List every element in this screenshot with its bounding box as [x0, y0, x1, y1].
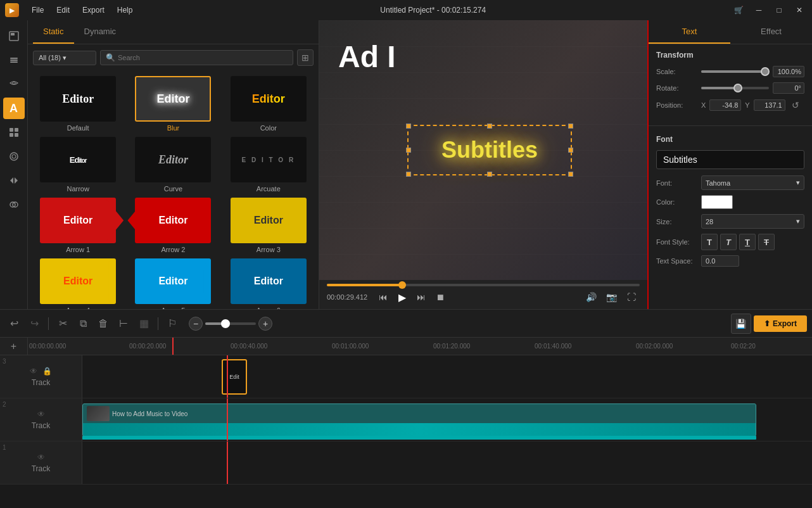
menu-edit[interactable]: Edit — [54, 4, 72, 16]
clip-video-header: How to Add Music to Video — [83, 404, 756, 423]
handle-top-left[interactable] — [406, 124, 411, 129]
grid-toggle[interactable]: ⊞ — [297, 49, 314, 66]
text-content-input[interactable] — [656, 150, 804, 169]
zoom-out-button[interactable]: − — [189, 317, 203, 331]
color-swatch[interactable] — [701, 195, 733, 209]
step-forward-button[interactable]: ⏭ — [413, 289, 429, 305]
rotate-slider[interactable] — [701, 87, 769, 89]
subtitle-selection-box[interactable]: Subtitles — [407, 125, 572, 175]
track-clip-3[interactable]: Edit — [222, 359, 247, 395]
template-curve[interactable]: Editor Curve — [128, 137, 218, 193]
handle-top-center[interactable] — [487, 124, 492, 129]
template-color[interactable]: Editor Color — [224, 76, 314, 132]
track-lock-icon-3[interactable]: 🔒 — [42, 367, 52, 376]
template-blur[interactable]: Editor Blur — [128, 76, 218, 132]
tab-text[interactable]: Text — [649, 20, 730, 44]
position-reset-button[interactable]: ↺ — [789, 99, 802, 111]
pos-y-input[interactable] — [754, 99, 785, 111]
handle-bottom-center[interactable] — [487, 172, 492, 177]
handle-top-right[interactable] — [568, 124, 573, 129]
italic-button[interactable]: T — [720, 234, 737, 250]
controls-right: 🔊 📷 ⛶ — [583, 289, 640, 305]
redo-button[interactable]: ↪ — [25, 315, 43, 333]
split-button[interactable]: ⊢ — [115, 315, 132, 333]
sidebar-text[interactable]: A — [3, 98, 25, 119]
menu-help[interactable]: Help — [115, 4, 136, 16]
search-input[interactable] — [118, 54, 288, 61]
menu-export[interactable]: Export — [80, 4, 107, 16]
delete-button[interactable]: 🗑 — [94, 315, 112, 333]
step-back-button[interactable]: ⏮ — [375, 289, 391, 305]
title-bar-left: ▶ File Edit Export Help — [5, 3, 135, 17]
underline-button[interactable]: T — [739, 234, 756, 250]
handle-mid-left[interactable] — [406, 148, 411, 153]
save-icon-button[interactable]: 💾 — [731, 314, 751, 334]
cut-button[interactable]: ✂ — [54, 315, 72, 333]
template-thumb-arrow3: Editor — [231, 198, 307, 243]
strikethrough-button[interactable]: T — [758, 234, 775, 250]
search-box: 🔍 — [100, 50, 293, 65]
font-family-label: Font: — [656, 179, 697, 187]
close-button[interactable]: ✕ — [792, 3, 807, 18]
progress-bar[interactable] — [327, 284, 640, 286]
sidebar-overlay[interactable] — [3, 194, 25, 215]
track-eye-icon-3[interactable]: 👁 — [30, 367, 37, 376]
copy-button[interactable]: ⧉ — [74, 315, 92, 333]
progress-thumb — [398, 281, 406, 289]
play-button[interactable]: ▶ — [394, 289, 410, 305]
minimize-button[interactable]: ─ — [751, 3, 766, 18]
handle-mid-right[interactable] — [568, 148, 573, 153]
track-playhead-2 — [227, 398, 228, 441]
cart-button[interactable]: 🛒 — [731, 3, 746, 18]
template-arrow1[interactable]: Editor Arrow 1 — [33, 198, 123, 253]
template-thumb-arrow4: Editor — [40, 258, 116, 304]
tab-effect[interactable]: Effect — [730, 20, 812, 44]
timeline-add-button[interactable]: + — [0, 338, 28, 355]
font-family-dropdown[interactable]: Tahoma ▾ — [701, 175, 804, 190]
template-default[interactable]: Editor Default — [33, 76, 123, 132]
search-icon: 🔍 — [106, 53, 115, 62]
sidebar-audio[interactable] — [3, 73, 25, 95]
bold-button[interactable]: T — [701, 234, 718, 250]
screenshot-button[interactable]: 📷 — [603, 289, 619, 305]
template-panel: Static Dynamic All (18) ▾ 🔍 ⊞ Editor Def… — [28, 20, 319, 309]
handle-bottom-left[interactable] — [406, 172, 411, 177]
tab-dynamic[interactable]: Dynamic — [74, 20, 127, 44]
track-name-3: Track — [5, 378, 77, 387]
pos-x-input[interactable] — [709, 99, 741, 111]
track-clip-2[interactable]: How to Add Music to Video — [82, 403, 756, 436]
zoom-slider[interactable] — [205, 322, 256, 325]
template-thumb-curve: Editor — [135, 137, 211, 182]
export-button[interactable]: ⬆ Export — [754, 315, 807, 332]
handle-bottom-right[interactable] — [568, 172, 573, 177]
size-dropdown[interactable]: 28 ▾ — [701, 214, 804, 229]
filter-dropdown[interactable]: All (18) ▾ — [33, 51, 96, 65]
maximize-button[interactable]: □ — [771, 3, 787, 18]
marker-button[interactable]: ⚐ — [163, 315, 181, 333]
track-eye-icon-2[interactable]: 👁 — [37, 410, 45, 419]
svg-rect-1 — [11, 33, 15, 35]
trim-button[interactable]: ▦ — [135, 315, 153, 333]
stop-button[interactable]: ⏹ — [432, 289, 448, 305]
template-arrow4[interactable]: Editor Arrow 4 — [33, 258, 123, 309]
volume-button[interactable]: 🔊 — [583, 289, 599, 305]
template-arcuate[interactable]: E D I T O R Arcuate — [224, 137, 314, 193]
template-arrow5[interactable]: Editor Arrow 5 — [128, 258, 218, 309]
sidebar-sticker[interactable] — [3, 122, 25, 143]
template-narrow[interactable]: Editor Narrow — [33, 137, 123, 193]
template-arrow3[interactable]: Editor Arrow 3 — [224, 198, 314, 253]
sidebar-filter[interactable] — [3, 146, 25, 167]
text-space-input[interactable] — [701, 255, 739, 267]
sidebar-layers[interactable] — [3, 49, 25, 71]
sidebar-transition[interactable] — [3, 170, 25, 191]
sidebar-media[interactable] — [3, 25, 25, 47]
template-arrow6[interactable]: Editor Arrow 6 — [224, 258, 314, 309]
menu-file[interactable]: File — [29, 4, 46, 16]
zoom-in-button[interactable]: + — [258, 317, 272, 331]
tab-static[interactable]: Static — [33, 20, 74, 44]
undo-button[interactable]: ↩ — [5, 315, 23, 333]
track-eye-icon-1[interactable]: 👁 — [37, 453, 45, 462]
fullscreen-button[interactable]: ⛶ — [623, 289, 640, 305]
template-arrow2[interactable]: Editor Arrow 2 — [128, 198, 218, 253]
scale-slider[interactable] — [701, 70, 769, 73]
